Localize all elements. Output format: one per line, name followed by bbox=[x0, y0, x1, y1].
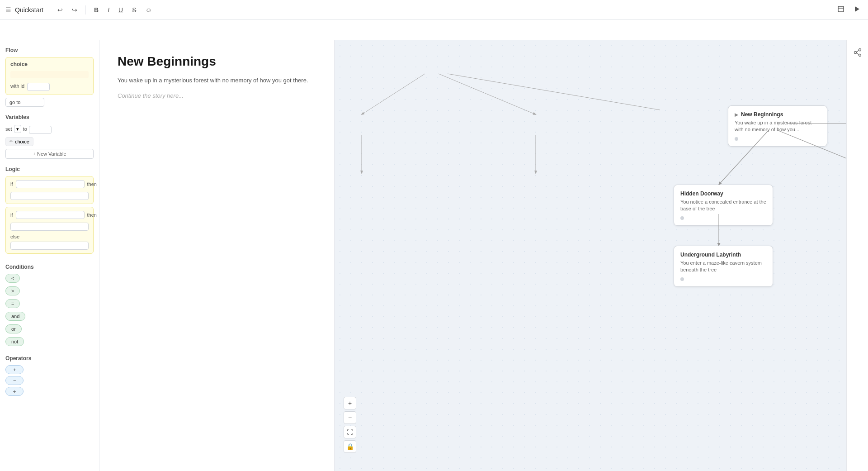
set-value-input[interactable] bbox=[29, 126, 52, 134]
node-underground-labyrinth[interactable]: Underground Labyrinth You enter a maze-l… bbox=[674, 246, 773, 287]
right-icon-bar bbox=[846, 40, 868, 471]
node-hidden-doorway-body: You notice a concealed entrance at the b… bbox=[680, 199, 766, 213]
greater-than-chip[interactable]: > bbox=[5, 286, 20, 295]
else-value-input[interactable] bbox=[10, 242, 89, 250]
if-condition-input-2[interactable] bbox=[16, 211, 85, 219]
flow-section: Flow choice with id go to bbox=[5, 47, 94, 107]
fit-button[interactable]: ⛶ bbox=[344, 426, 356, 438]
to-label: to bbox=[23, 126, 27, 132]
editor-title[interactable]: New Beginnings bbox=[118, 54, 316, 69]
logic-title: Logic bbox=[5, 166, 94, 172]
canvas-pane[interactable]: ▶ New Beginnings You wake up in a myster… bbox=[335, 40, 846, 471]
set-dropdown[interactable]: ▾ bbox=[14, 125, 21, 133]
operators-chips: + − ÷ bbox=[5, 365, 94, 396]
logic-block-if-then[interactable]: if then bbox=[5, 176, 94, 204]
toolbar-separator bbox=[49, 5, 49, 14]
lock-button[interactable]: 🔒 bbox=[344, 440, 356, 453]
variables-section: Variables set ▾ to ✏ choice + New Variab… bbox=[5, 114, 94, 159]
less-than-chip[interactable]: < bbox=[5, 274, 20, 283]
flow-section-title: Flow bbox=[5, 47, 94, 53]
node-new-beginnings[interactable]: ▶ New Beginnings You wake up in a myster… bbox=[728, 105, 827, 147]
italic-button[interactable]: I bbox=[105, 5, 112, 15]
svg-rect-0 bbox=[838, 6, 844, 12]
and-chip[interactable]: and bbox=[5, 312, 25, 321]
else-label: else bbox=[10, 234, 19, 239]
then-label-2: then bbox=[87, 212, 97, 218]
redo-button[interactable]: ↪ bbox=[69, 5, 80, 15]
svg-line-16 bbox=[856, 53, 859, 54]
var-name-label: choice bbox=[15, 139, 29, 144]
if-then-else-row: if then bbox=[10, 211, 89, 219]
go-to-input[interactable] bbox=[22, 100, 40, 105]
svg-point-15 bbox=[859, 54, 861, 56]
canvas-controls: + − ⛶ 🔒 bbox=[344, 397, 356, 453]
svg-line-17 bbox=[856, 50, 859, 52]
go-to-button[interactable]: go to bbox=[5, 98, 44, 107]
svg-point-14 bbox=[854, 52, 856, 54]
conditions-title: Conditions bbox=[5, 264, 94, 270]
toolbar-right bbox=[835, 4, 863, 16]
editor-body: You wake up in a mysterious forest with … bbox=[118, 76, 316, 85]
node-new-beginnings-body: You wake up in a mysterious forest with … bbox=[735, 119, 821, 133]
flow-block-input[interactable] bbox=[10, 71, 89, 78]
choice-variable-chip[interactable]: ✏ choice bbox=[5, 137, 33, 146]
plus-chip[interactable]: + bbox=[5, 365, 24, 374]
menu-icon[interactable]: ☰ bbox=[5, 6, 11, 14]
node-underground-labyrinth-body: You enter a maze-like cavern system bene… bbox=[680, 260, 766, 274]
logic-block-if-then-else[interactable]: if then else bbox=[5, 207, 94, 254]
zoom-out-button[interactable]: − bbox=[344, 411, 356, 424]
then-value-input[interactable] bbox=[10, 192, 89, 200]
zoom-in-button[interactable]: + bbox=[344, 397, 356, 409]
bold-button[interactable]: B bbox=[91, 5, 101, 15]
equals-chip[interactable]: = bbox=[5, 299, 20, 308]
node-hidden-doorway[interactable]: Hidden Doorway You notice a concealed en… bbox=[674, 185, 773, 226]
underline-button[interactable]: U bbox=[116, 5, 126, 15]
share-icon-button[interactable] bbox=[850, 45, 865, 60]
set-label: set bbox=[5, 126, 12, 132]
node-port-2 bbox=[680, 216, 684, 220]
operators-section: Operators + − ÷ bbox=[5, 355, 94, 396]
play-node-icon: ▶ bbox=[735, 112, 738, 117]
edit-icon: ✏ bbox=[9, 139, 13, 144]
node-port-4 bbox=[680, 277, 684, 281]
node-underground-labyrinth-title: Underground Labyrinth bbox=[680, 252, 766, 258]
conditions-chips: < > = and or not bbox=[5, 274, 94, 348]
emoji-button[interactable]: ☺ bbox=[143, 5, 155, 15]
svg-marker-2 bbox=[855, 6, 859, 12]
go-to-row: go to bbox=[5, 98, 94, 107]
not-chip[interactable]: not bbox=[5, 337, 24, 346]
if-label: if bbox=[10, 181, 13, 187]
minus-chip[interactable]: − bbox=[5, 376, 24, 385]
node-new-beginnings-title: ▶ New Beginnings bbox=[735, 111, 821, 118]
strikethrough-button[interactable]: S bbox=[129, 5, 139, 15]
choice-flow-block[interactable]: choice with id bbox=[5, 57, 94, 95]
if-then-row: if then bbox=[10, 180, 89, 188]
app-title: Quickstart bbox=[15, 6, 43, 14]
svg-line-5 bbox=[448, 74, 660, 110]
logic-section: Logic if then if then else bbox=[5, 166, 94, 257]
then-label: then bbox=[87, 181, 97, 187]
or-chip[interactable]: or bbox=[5, 324, 22, 333]
then-value-input-2[interactable] bbox=[10, 223, 89, 231]
conditions-section: Conditions < > = and or not bbox=[5, 264, 94, 348]
if-label-2: if bbox=[10, 212, 13, 218]
editor-placeholder[interactable]: Continue the story here... bbox=[118, 92, 316, 99]
top-bar-left: ☰ Quickstart bbox=[5, 6, 43, 14]
preview-button[interactable] bbox=[835, 4, 847, 16]
operators-title: Operators bbox=[5, 355, 94, 362]
if-condition-input[interactable] bbox=[16, 180, 85, 188]
node-hidden-doorway-title: Hidden Doorway bbox=[680, 190, 766, 197]
divide-chip[interactable]: ÷ bbox=[5, 387, 24, 396]
flow-id-input[interactable] bbox=[27, 83, 50, 91]
svg-line-3 bbox=[362, 74, 425, 114]
new-variable-button[interactable]: + New Variable bbox=[5, 149, 94, 159]
svg-point-13 bbox=[859, 49, 861, 51]
node-port bbox=[735, 137, 738, 141]
set-row: set ▾ to bbox=[5, 124, 94, 134]
undo-button[interactable]: ↩ bbox=[55, 5, 66, 15]
editor-pane: New Beginnings You wake up in a mysterio… bbox=[99, 40, 335, 471]
toolbar-separator-2 bbox=[85, 5, 86, 14]
play-button[interactable] bbox=[851, 4, 863, 15]
top-bar: ☰ Quickstart ↩ ↪ B I U S ☺ bbox=[0, 0, 868, 20]
variables-title: Variables bbox=[5, 114, 94, 120]
